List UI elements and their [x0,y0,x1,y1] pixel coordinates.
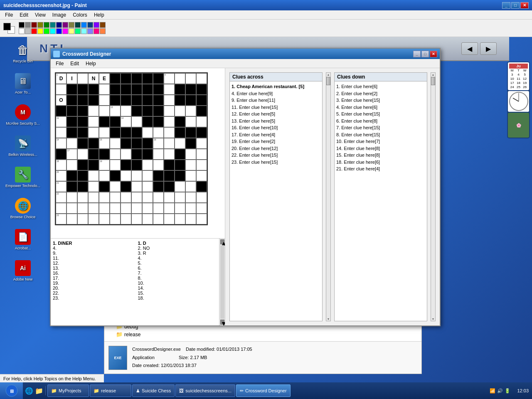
desktop-icon-mcafee[interactable]: M McAfee Security S... [0,99,46,131]
palette-color-20[interactable] [56,28,62,34]
paint-minimize-btn[interactable]: _ [502,2,510,9]
clue-down-3[interactable]: 3. Enter clue here[15] [336,97,425,104]
clue-down-14[interactable]: 14. Enter clue here[8] [336,145,425,152]
clue-down-8[interactable]: 8. Enter clue here[15] [336,131,425,138]
clue-across-4[interactable]: 4. Enter clue here[9] [232,90,320,97]
clue-down-15[interactable]: 15. Enter clue here[8] [336,152,425,159]
scroll-down-down-icon[interactable]: ▼ [432,318,435,320]
cw-maximize-btn[interactable]: □ [421,51,429,57]
desktop-icon-empower[interactable]: 🔧 Empower Technolo... [0,162,46,193]
paint-maximize-btn[interactable]: □ [511,2,520,9]
clue-down-1[interactable]: 1. Enter clue here[6] [336,83,425,90]
paint-close-btn[interactable]: ✕ [520,2,529,9]
cw-menu-help[interactable]: Help [82,60,99,67]
crossword-grid[interactable]: 1DINE4O13111214151617181920212223 [55,72,208,225]
paint-menu-view[interactable]: View [32,11,49,19]
clue-across-1[interactable]: 1. Cheap American restaurant. [5] [232,83,320,90]
desktop-icon-acer[interactable]: 🖥 Acer To... [0,68,46,99]
palette-color-14[interactable] [19,28,25,34]
answers-scrollbar[interactable]: ▲ ▼ [219,239,225,325]
palette-color-15[interactable] [25,28,31,34]
paint-menu-help[interactable]: Help [91,11,108,19]
palette-color-26[interactable] [94,28,99,34]
scrollbar-down-btn[interactable]: ▼ [220,320,224,325]
clue-down-6[interactable]: 6. Enter clue here[8] [336,118,425,125]
scroll-up-icon[interactable]: ▲ [327,73,330,76]
clue-across-19[interactable]: 19. Enter clue here[2] [232,138,320,145]
clue-down-21[interactable]: 21. Enter clue here[4] [336,165,425,172]
palette-color-1[interactable] [25,22,31,28]
clue-down-18[interactable]: 18. Enter clue here[6] [336,159,425,166]
clue-across-13[interactable]: 13. Enter clue here[5] [232,118,320,125]
paint-menu-image[interactable]: Image [49,11,69,19]
nav-forward-btn[interactable]: ▶ [480,42,497,55]
palette-color-9[interactable] [75,22,81,28]
clues-down-scrollbar[interactable]: ▲ ▼ [431,72,436,321]
palette-color-11[interactable] [87,22,93,28]
desktop-icon-browse[interactable]: 🌐 Browse Choice [0,193,46,224]
taskbar-myprojects-btn[interactable]: 📁 MyProjects [47,384,89,397]
cw-menu-file[interactable]: File [52,60,67,67]
desktop-icon-recycle[interactable]: 🗑 Recycle Bin [0,37,46,68]
nav-back-btn[interactable]: ◀ [461,42,478,55]
palette-color-6[interactable] [56,22,62,28]
palette-color-18[interactable] [44,28,49,34]
palette-color-0[interactable] [19,22,25,28]
palette-color-22[interactable] [69,28,74,34]
scroll-down-thumb[interactable] [431,77,435,85]
palette-color-3[interactable] [37,22,43,28]
start-button[interactable]: ⊞ [0,382,23,399]
desktop-icon-adobe[interactable]: Ai Adobe New [0,255,46,286]
cw-minimize-btn[interactable]: _ [413,51,421,57]
scrollbar-up-btn[interactable]: ▲ [220,239,224,244]
ql-folder-btn[interactable]: 📁 [34,386,44,395]
clue-down-10[interactable]: 10. Enter clue here[7] [336,138,425,145]
palette-color-27[interactable] [100,28,106,34]
paint-menu-edit[interactable]: Edit [16,11,32,19]
clue-across-12[interactable]: 12. Enter clue here[5] [232,111,320,118]
clue-across-9[interactable]: 9. Enter clue here[11] [232,97,320,104]
palette-color-17[interactable] [37,28,43,34]
cw-menu-edit[interactable]: Edit [67,60,82,67]
scroll-thumb[interactable] [326,77,330,85]
clue-across-11[interactable]: 11. Enter clue here[15] [232,104,320,111]
palette-color-16[interactable] [31,28,37,34]
clue-across-16[interactable]: 16. Enter clue here[10] [232,124,320,131]
clue-down-4[interactable]: 4. Enter clue here[6] [336,104,425,111]
file-tree-item-release[interactable]: 📁 release [108,330,418,338]
taskbar-crossword-btn[interactable]: ✏ Crossword Designer [236,384,291,397]
palette-color-24[interactable] [81,28,87,34]
taskbar-suicidechess-btn[interactable]: ♟ Suicide Chess [132,384,175,397]
clue-across-22[interactable]: 22. Enter clue here[15] [232,152,320,159]
palette-color-25[interactable] [87,28,93,34]
clue-across-17[interactable]: 17. Enter clue here[4] [232,131,320,138]
palette-color-10[interactable] [81,22,87,28]
palette-color-2[interactable] [31,22,37,28]
paint-menu-colors[interactable]: Colors [69,11,91,19]
clues-across-scrollbar[interactable]: ▲ ▼ [326,72,331,321]
taskbar-release-btn[interactable]: 📁 release [90,384,131,397]
palette-color-12[interactable] [94,22,99,28]
ql-ie-btn[interactable]: 🌐 [25,386,34,395]
palette-color-23[interactable] [75,28,81,34]
clue-down-5[interactable]: 5. Enter clue here[15] [336,111,425,118]
paint-menu-file[interactable]: File [2,11,16,19]
palette-color-21[interactable] [62,28,68,34]
palette-color-7[interactable] [62,22,68,28]
scroll-down-up-icon[interactable]: ▲ [432,73,435,76]
desktop-icon-acrobat[interactable]: 📄 Acrobat... [0,224,46,255]
clue-down-7[interactable]: 7. Enter clue here[15] [336,124,425,131]
clue-down-2[interactable]: 2. Enter clue here[2] [336,90,425,97]
palette-color-4[interactable] [44,22,49,28]
taskbar-clock[interactable]: 12:03 [514,388,532,393]
clue-across-23[interactable]: 23. Enter clue here[15] [232,159,320,166]
scroll-down-icon[interactable]: ▼ [327,318,330,320]
palette-color-13[interactable] [100,22,106,28]
palette-color-5[interactable] [50,22,56,28]
palette-color-8[interactable] [69,22,74,28]
palette-color-19[interactable] [50,28,56,34]
desktop-icon-belkin[interactable]: 📡 Belkin Wireless... [0,131,46,162]
taskbar-screenshot-btn[interactable]: 🖼 suicidechessscreens... [175,384,235,397]
clue-across-20[interactable]: 20. Enter clue here[12] [232,145,320,152]
cw-close-btn[interactable]: ✕ [430,51,437,57]
